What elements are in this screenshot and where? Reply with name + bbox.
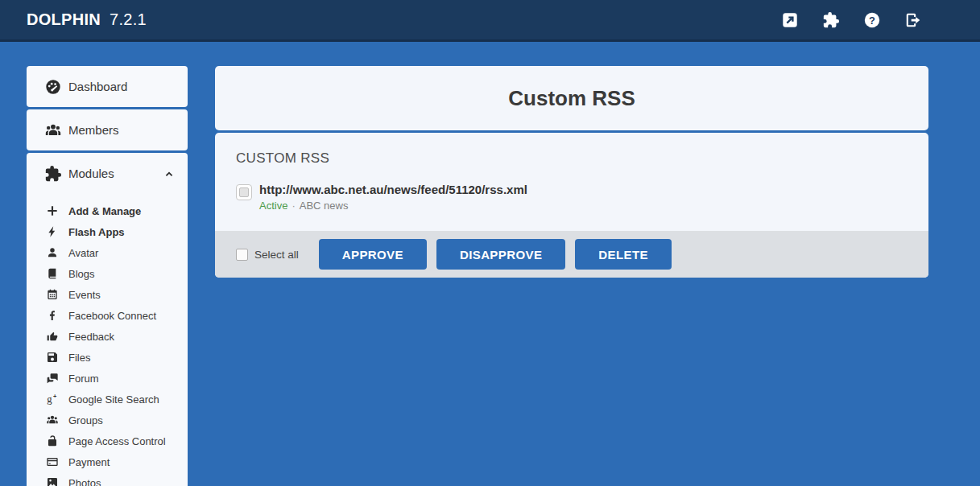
modules-icon (44, 165, 62, 183)
plus-icon (46, 204, 59, 217)
submenu-item-label: Feedback (68, 331, 114, 343)
photo-icon (46, 476, 59, 486)
feed-checkbox-inner (239, 187, 249, 197)
dashboard-icon (44, 78, 62, 96)
topbar-actions: ? (781, 11, 922, 29)
submenu-item-label: Groups (68, 414, 103, 426)
lightning-icon (46, 225, 59, 238)
modules-submenu: Add & ManageFlash AppsAvatarBlogsEventsF… (27, 194, 188, 486)
sidebar-item-photos[interactable]: Photos (27, 472, 188, 486)
main-content: Custom RSS CUSTOM RSS http://www.abc.net… (215, 66, 928, 278)
select-all-label: Select all (254, 249, 299, 261)
floppy-icon (46, 351, 59, 364)
google-plus-icon: g+ (46, 393, 59, 406)
app-brand: DOLPHIN (27, 10, 101, 28)
select-all[interactable]: Select all (236, 249, 299, 261)
approve-button[interactable]: APPROVE (319, 239, 427, 270)
credit-card-icon (46, 455, 59, 468)
feed-url: http://www.abc.net.au/news/feed/51120/rs… (259, 183, 527, 196)
delete-button[interactable]: DELETE (575, 239, 672, 270)
actions-bar: Select all APPROVEDISAPPROVEDELETE (215, 231, 928, 278)
submenu-item-label: Blogs (68, 268, 95, 280)
app-title: DOLPHIN 7.2.1 (27, 10, 147, 29)
modules-icon[interactable] (822, 11, 840, 29)
members-icon (44, 122, 62, 139)
feed-meta: Active·ABC news (259, 200, 527, 212)
sidebar: DashboardMembersModulesAdd & ManageFlash… (27, 66, 188, 486)
avatar-icon (46, 246, 59, 259)
sidebar-card-dashboard: Dashboard (27, 66, 188, 107)
submenu-item-label: Photos (68, 477, 101, 486)
groups-icon (46, 414, 59, 426)
sidebar-item-dashboard[interactable]: Dashboard (27, 66, 188, 107)
sidebar-item-flash-apps[interactable]: Flash Apps (27, 221, 188, 242)
lock-open-icon (46, 435, 59, 447)
sidebar-item-label: Dashboard (68, 80, 127, 93)
chat-icon (46, 372, 59, 385)
sidebar-item-modules[interactable]: Modules (27, 153, 188, 194)
feed-checkbox[interactable] (236, 184, 252, 200)
sidebar-item-add-manage[interactable]: Add & Manage (27, 200, 188, 221)
sidebar-item-page-access-control[interactable]: Page Access Control (27, 430, 188, 451)
sidebar-item-members[interactable]: Members (27, 109, 188, 150)
open-site-icon[interactable] (781, 11, 799, 29)
sidebar-item-groups[interactable]: Groups (27, 410, 188, 430)
custom-rss-panel: CUSTOM RSS http://www.abc.net.au/news/fe… (215, 133, 928, 278)
sidebar-item-avatar[interactable]: Avatar (27, 242, 188, 263)
select-all-checkbox[interactable] (236, 249, 248, 261)
submenu-item-label: Page Access Control (68, 435, 166, 447)
disapprove-button[interactable]: DISAPPROVE (436, 239, 565, 270)
submenu-item-label: Avatar (68, 247, 98, 259)
help-icon[interactable]: ? (863, 11, 881, 29)
sidebar-item-forum[interactable]: Forum (27, 368, 188, 389)
logout-icon[interactable] (904, 11, 922, 29)
book-icon (46, 267, 59, 280)
calendar-icon (46, 288, 59, 301)
sidebar-item-events[interactable]: Events (27, 284, 188, 305)
page-body: DashboardMembersModulesAdd & ManageFlash… (0, 42, 980, 486)
facebook-icon (46, 309, 59, 322)
sidebar-item-facebook-connect[interactable]: Facebook Connect (27, 305, 188, 326)
topbar: DOLPHIN 7.2.1 ? (0, 0, 980, 42)
sidebar-card-members: Members (27, 109, 188, 150)
sidebar-item-feedback[interactable]: Feedback (27, 326, 188, 347)
feed-row: http://www.abc.net.au/news/feed/51120/rs… (236, 183, 908, 212)
sidebar-item-blogs[interactable]: Blogs (27, 263, 188, 284)
submenu-item-label: Flash Apps (68, 226, 125, 238)
submenu-item-label: Add & Manage (68, 205, 141, 217)
svg-text:g: g (47, 393, 52, 405)
submenu-item-label: Facebook Connect (68, 310, 156, 322)
sidebar-item-files[interactable]: Files (27, 347, 188, 368)
app-version: 7.2.1 (110, 10, 147, 28)
sidebar-item-google-site-search[interactable]: g+Google Site Search (27, 389, 188, 410)
submenu-item-label: Payment (68, 456, 110, 468)
svg-text:+: + (53, 393, 56, 400)
feed-name: ABC news (300, 200, 349, 212)
feed-info: http://www.abc.net.au/news/feed/51120/rs… (259, 183, 527, 212)
sidebar-card-modules: ModulesAdd & ManageFlash AppsAvatarBlogs… (27, 153, 188, 486)
section-title: CUSTOM RSS (236, 150, 908, 167)
sidebar-item-label: Members (68, 123, 119, 137)
chevron-up-icon[interactable] (162, 167, 176, 181)
submenu-item-label: Events (68, 289, 101, 301)
page-title: Custom RSS (508, 86, 635, 111)
feed-separator: · (292, 200, 295, 212)
submenu-item-label: Forum (68, 373, 99, 385)
feed-status-badge: Active (259, 200, 287, 212)
action-buttons: APPROVEDISAPPROVEDELETE (319, 239, 672, 270)
thumbs-up-icon (46, 330, 59, 343)
sidebar-item-label: Modules (68, 167, 114, 180)
submenu-item-label: Files (68, 352, 90, 364)
svg-text:?: ? (869, 14, 875, 26)
page-title-card: Custom RSS (215, 66, 928, 130)
submenu-item-label: Google Site Search (68, 393, 159, 406)
sidebar-item-payment[interactable]: Payment (27, 451, 188, 472)
